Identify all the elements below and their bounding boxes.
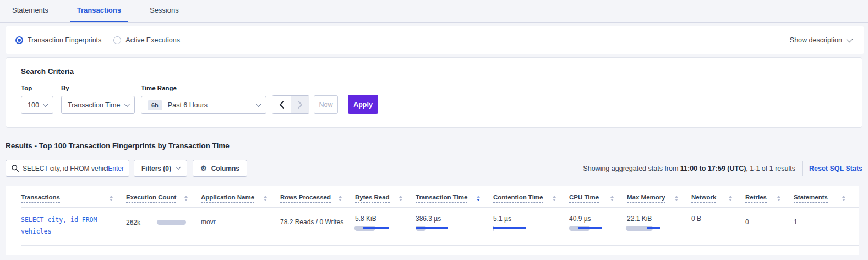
bytes-read-bar (355, 226, 416, 231)
results-title: Results - Top 100 Transaction Fingerprin… (6, 142, 862, 150)
top-select-value: 100 (28, 101, 39, 109)
time-range-value: Past 6 Hours (168, 101, 208, 109)
cell-bytes-read: 5.8 KiB (355, 214, 416, 231)
tab-statements[interactable]: Statements (6, 0, 55, 22)
column-header-application-name[interactable]: Application Name (201, 194, 280, 203)
search-criteria-title: Search Criteria (21, 67, 862, 75)
time-range-select[interactable]: 6h Past 6 Hours (141, 96, 266, 114)
top-select[interactable]: 100 (21, 96, 53, 114)
column-header-contention-time[interactable]: Contention Time (493, 194, 569, 203)
transaction-time-bar (416, 226, 493, 231)
vertical-divider (802, 161, 803, 176)
column-header-transaction-time[interactable]: Transaction Time (416, 194, 493, 203)
column-header-transactions[interactable]: Transactions (21, 194, 126, 203)
column-header-bytes-read[interactable]: Bytes Read (355, 194, 416, 203)
view-toggle-band: Transaction Fingerprints Active Executio… (6, 26, 864, 54)
table-row: SELECT city, id FROM vehicles 262k movr … (21, 208, 859, 246)
sort-icon[interactable] (553, 196, 556, 201)
cell-statements: 1 (794, 214, 859, 226)
search-criteria-controls: Top 100 By Transaction Time Time Range 6… (21, 85, 862, 114)
time-range-field: Time Range 6h Past 6 Hours (141, 85, 272, 114)
show-description-toggle[interactable]: Show description (790, 36, 851, 44)
columns-button[interactable]: ⚙ Columns (193, 160, 247, 177)
search-box[interactable]: Enter (6, 160, 129, 177)
chevron-right-icon (298, 101, 303, 109)
radio-selected-icon[interactable] (15, 36, 23, 44)
cell-retries: 0 (745, 214, 794, 226)
chevron-down-icon (124, 101, 130, 107)
tab-sessions[interactable]: Sessions (143, 0, 185, 22)
sort-icon[interactable] (110, 196, 113, 201)
column-header-rows-processed[interactable]: Rows Processed (280, 194, 355, 203)
time-range-label: Time Range (141, 85, 272, 91)
by-select[interactable]: Transaction Time (61, 96, 135, 114)
top-field: Top 100 (21, 85, 61, 114)
by-select-value: Transaction Time (68, 101, 120, 109)
time-range-pager (272, 95, 309, 114)
cpu-time-bar (569, 226, 627, 231)
search-icon (12, 165, 19, 172)
radio-active-executions[interactable]: Active Executions (113, 36, 180, 44)
sort-icon[interactable] (729, 196, 732, 201)
cell-contention-time: 5.1 µs (493, 214, 569, 231)
cell-application-name: movr (201, 214, 280, 226)
chevron-down-icon (256, 101, 261, 107)
filters-button[interactable]: Filters (0) (134, 160, 187, 177)
results-controls-row: Enter Filters (0) ⚙ Columns Showing aggr… (6, 160, 862, 177)
sort-icon[interactable] (610, 196, 614, 201)
cell-max-memory: 22.1 KiB (627, 214, 691, 231)
column-header-network[interactable]: Network (691, 194, 745, 203)
tab-bar: Statements Transactions Sessions (0, 0, 868, 23)
chevron-down-icon (43, 101, 48, 107)
chevron-down-icon (176, 164, 181, 170)
search-criteria-card: Search Criteria Top 100 By Transaction T… (6, 57, 862, 128)
sort-icon[interactable] (842, 196, 845, 201)
chevron-left-icon (279, 101, 284, 109)
sort-icon[interactable] (184, 196, 188, 201)
sort-icon[interactable] (264, 196, 267, 201)
filters-label: Filters (0) (141, 165, 171, 172)
column-header-execution-count[interactable]: Execution Count (126, 194, 201, 203)
next-range-button-disabled[interactable] (291, 96, 309, 113)
max-memory-bar (627, 226, 691, 231)
radio-unselected-icon[interactable] (113, 36, 121, 44)
execution-count-bar (157, 220, 186, 225)
columns-label: Columns (211, 165, 239, 172)
radio-label: Active Executions (125, 36, 180, 44)
sort-icon[interactable] (777, 196, 780, 201)
table-bottom-padding (21, 246, 859, 255)
contention-time-bar (493, 226, 569, 231)
sort-icon[interactable] (399, 196, 402, 201)
stats-time-range: 11:00 to 17:59 (UTC) (680, 165, 746, 172)
by-field: By Transaction Time (61, 85, 141, 114)
cell-transaction-query: SELECT city, id FROM vehicles (21, 214, 126, 237)
sort-icon[interactable] (339, 196, 342, 201)
radio-label: Transaction Fingerprints (28, 36, 101, 44)
time-range-badge: 6h (148, 100, 162, 110)
column-header-retries[interactable]: Retries (745, 194, 794, 203)
now-button[interactable]: Now (314, 95, 338, 114)
reset-sql-stats-link[interactable]: Reset SQL Stats (809, 165, 862, 172)
tab-transactions[interactable]: Transactions (70, 0, 128, 22)
search-input[interactable] (23, 165, 108, 172)
sort-icon-active-desc[interactable] (477, 196, 480, 201)
column-header-max-memory[interactable]: Max Memory (627, 194, 691, 203)
sort-icon[interactable] (675, 196, 678, 201)
show-description-label: Show description (790, 36, 842, 44)
radio-transaction-fingerprints[interactable]: Transaction Fingerprints (15, 36, 101, 44)
sql-activity-page: Statements Transactions Sessions Transac… (0, 0, 868, 255)
search-enter-button[interactable]: Enter (108, 165, 124, 172)
cell-cpu-time: 40.9 µs (569, 214, 627, 231)
previous-range-button[interactable] (272, 96, 291, 113)
cell-transaction-time: 386.3 µs (416, 214, 493, 231)
cell-execution-count: 262k (126, 214, 201, 226)
column-header-cpu-time[interactable]: CPU Time (569, 194, 627, 203)
cell-network: 0 B (691, 214, 745, 223)
table-header-row: Transactions Execution Count Application… (21, 186, 859, 208)
transaction-fingerprint-link[interactable]: SELECT city, id FROM vehicles (21, 214, 126, 237)
chevron-down-icon (847, 36, 853, 42)
column-header-statements[interactable]: Statements (794, 194, 859, 203)
by-label: By (61, 85, 141, 91)
apply-button[interactable]: Apply (348, 95, 378, 114)
gear-icon: ⚙ (200, 165, 207, 172)
